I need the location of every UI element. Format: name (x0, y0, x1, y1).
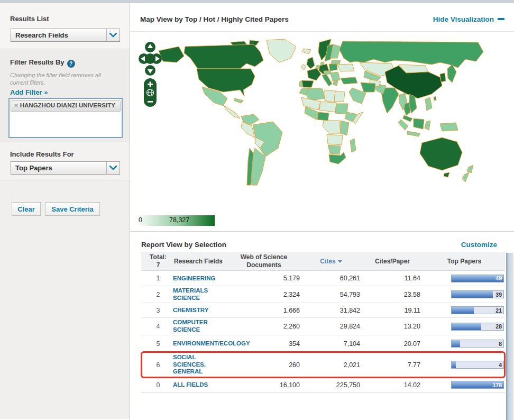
col-research-fields: Research Fields (170, 258, 227, 266)
row-rank: 5 (146, 340, 170, 348)
map-zoom-control[interactable] (144, 78, 157, 107)
top-papers-value: 21 (495, 307, 502, 314)
top-papers-bar: 28 (451, 323, 504, 331)
table-row[interactable]: 3 CHEMISTRY 1,666 31,842 19.11 21 (141, 303, 505, 318)
save-criteria-button[interactable]: Save Criteria (45, 202, 100, 216)
top-papers-bar: 178 (451, 381, 504, 389)
filter-by-label: Filter Results By (10, 58, 65, 66)
col-cites-per-paper: Cites/Paper (361, 258, 424, 266)
top-papers-value: 39 (495, 291, 502, 298)
sidebar: Results List Research Fields Filter Resu… (0, 3, 130, 420)
row-cites-per-paper: 11.64 (361, 275, 424, 282)
include-results-select[interactable]: Top Papers (11, 161, 120, 175)
top-papers-value: 49 (495, 275, 502, 282)
row-cites: 54,793 (301, 291, 361, 298)
field-link[interactable]: MATERIALS SCIENCE (173, 287, 227, 302)
clear-button[interactable]: Clear (12, 202, 41, 216)
table-row[interactable]: 0 ALL FIELDS 16,100 225,750 14.02 178 (141, 378, 505, 392)
results-list-value: Research Fields (11, 31, 106, 39)
include-results-section: Include Results For Top Papers (0, 142, 130, 180)
top-papers-value: 4 (499, 361, 502, 368)
sort-desc-icon (338, 260, 342, 263)
add-filter-link[interactable]: Add Filter » (10, 88, 48, 96)
report-section: Report View by Selection Customize Total… (130, 231, 514, 420)
row-docs: 1,666 (227, 307, 301, 314)
row-docs: 354 (227, 340, 301, 348)
row-docs: 5,179 (227, 275, 301, 282)
map-visualization: 0 78,327 (130, 32, 514, 231)
map-header: Map View by Top / Hot / Highly Cited Pap… (130, 3, 514, 32)
field-link[interactable]: SOCIAL SCIENCES, GENERAL (173, 354, 227, 376)
table-row[interactable]: 2 MATERIALS SCIENCE 2,324 54,793 23.58 3… (141, 286, 505, 303)
row-cites-per-paper: 7.77 (361, 361, 424, 369)
row-cites-per-paper: 14.02 (361, 381, 424, 389)
report-title: Report View by Selection (141, 241, 226, 249)
help-icon[interactable]: ? (67, 60, 75, 68)
hide-visualization-label: Hide Visualization (433, 15, 494, 23)
row-cites: 29,824 (301, 323, 361, 330)
row-docs: 260 (227, 361, 301, 369)
row-rank: 2 (146, 291, 170, 298)
row-cites: 2,021 (301, 361, 361, 369)
table-row[interactable]: 1 ENGINEERING 5,179 60,261 11.64 49 (141, 271, 505, 286)
map-legend: 0 78,327 (136, 215, 215, 226)
table-row[interactable]: 4 COMPUTER SCIENCE 2,260 29,824 13.20 28 (141, 318, 505, 335)
field-link[interactable]: ENGINEERING (173, 275, 216, 282)
main-panel: Map View by Top / Hot / Highly Cited Pap… (130, 3, 514, 420)
table-header-row: Total:7 Research Fields Web of ScienceDo… (141, 252, 505, 271)
remove-filter-icon[interactable]: × (14, 102, 18, 108)
minus-icon (498, 18, 504, 20)
filter-by-heading: Filter Results By? (10, 58, 75, 68)
col-cites-sort[interactable]: Cites (301, 258, 361, 266)
vertical-scrollbar[interactable] (506, 253, 513, 420)
include-results-value: Top Papers (11, 164, 106, 172)
top-papers-value: 178 (492, 381, 502, 388)
row-docs: 2,324 (227, 291, 301, 298)
active-filters-box: ×HANGZHOU DIANZI UNIVERSITY (8, 98, 123, 138)
chevron-down-icon (106, 29, 120, 41)
row-cites: 31,842 (301, 307, 361, 314)
row-rank: 4 (146, 323, 170, 330)
top-papers-bar: 4 (451, 361, 504, 369)
top-papers-value: 28 (495, 323, 502, 330)
top-papers-bar: 8 (451, 340, 504, 348)
results-list-select[interactable]: Research Fields (11, 29, 120, 42)
col-wos-documents: Web of ScienceDocuments (227, 253, 301, 269)
esi-page: Results List Research Fields Filter Resu… (0, 0, 514, 420)
row-cites: 225,750 (301, 381, 361, 389)
actions-section: Clear Save Criteria (0, 180, 130, 419)
field-link[interactable]: ALL FIELDS (173, 381, 208, 389)
map-pan-control[interactable] (139, 41, 162, 76)
include-results-heading: Include Results For (10, 150, 74, 158)
chevron-down-icon (106, 162, 120, 174)
top-papers-bar: 21 (451, 306, 504, 314)
col-total: Total:7 (146, 253, 170, 269)
field-link[interactable]: CHEMISTRY (173, 307, 208, 314)
results-list-heading: Results List (10, 15, 49, 23)
results-list-section: Results List Research Fields (0, 3, 130, 49)
col-top-papers: Top Papers (424, 258, 505, 266)
customize-link[interactable]: Customize (461, 241, 497, 249)
legend-min: 0 (139, 216, 142, 224)
row-cites-per-paper: 23.58 (361, 291, 424, 298)
legend-max: 78,327 (169, 216, 189, 224)
filter-chip[interactable]: ×HANGZHOU DIANZI UNIVERSITY (11, 100, 121, 112)
report-table: Total:7 Research Fields Web of ScienceDo… (141, 252, 505, 392)
table-row-highlighted[interactable]: 6 SOCIAL SCIENCES, GENERAL 260 2,021 7.7… (141, 352, 505, 378)
row-cites: 7,104 (301, 340, 361, 348)
world-map[interactable] (146, 38, 484, 213)
row-rank: 3 (146, 307, 170, 314)
row-rank: 6 (146, 361, 170, 369)
row-rank: 0 (146, 381, 170, 389)
row-cites: 60,261 (301, 275, 361, 282)
row-cites-per-paper: 20.07 (361, 340, 424, 348)
filter-note: Changing the filter field removes all cu… (10, 71, 118, 87)
filter-section: Filter Results By? Changing the filter f… (0, 49, 130, 142)
table-row[interactable]: 5 ENVIRONMENT/ECOLOGY 354 7,104 20.07 8 (141, 335, 505, 352)
top-papers-bar: 39 (451, 290, 504, 298)
row-docs: 16,100 (227, 381, 301, 389)
row-cites-per-paper: 19.11 (361, 307, 424, 314)
top-papers-bar: 49 (451, 275, 504, 282)
hide-visualization-link[interactable]: Hide Visualization (433, 15, 504, 23)
field-link[interactable]: COMPUTER SCIENCE (173, 319, 227, 333)
